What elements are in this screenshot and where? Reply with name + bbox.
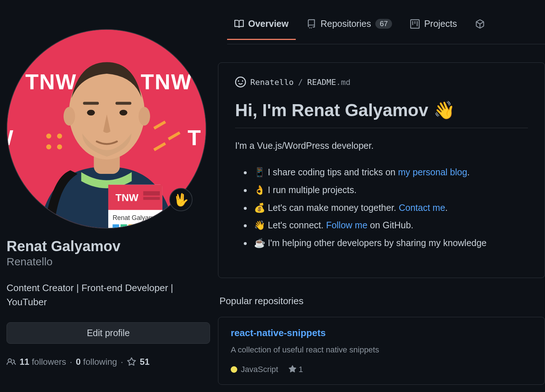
tab-repositories[interactable]: Repositories 67: [299, 14, 399, 40]
svg-rect-23: [143, 191, 160, 196]
svg-point-15: [138, 107, 150, 126]
readme-list-item: ☕ I'm helping other developers by sharin…: [252, 234, 528, 252]
svg-rect-24: [143, 197, 160, 200]
status-emoji-badge[interactable]: 🖖: [169, 188, 193, 211]
project-icon: [410, 19, 420, 29]
svg-text:T: T: [187, 126, 201, 150]
readme-link[interactable]: my personal blog: [398, 167, 467, 177]
repo-language: JavaScript: [231, 365, 278, 374]
profile-fullname: Renat Galyamov: [7, 237, 203, 255]
svg-point-19: [120, 110, 128, 115]
package-icon: [475, 19, 485, 29]
readme-path-user[interactable]: Renatello: [250, 78, 294, 87]
followers-link[interactable]: 11 followers: [20, 357, 66, 367]
readme-intro: I'm a Vue.js/WordPress developer.: [235, 140, 528, 151]
svg-point-14: [64, 107, 75, 126]
profile-main: Renatello / README.md Hi, I'm Renat Galy…: [211, 44, 545, 385]
svg-text:TNW: TNW: [116, 192, 139, 203]
svg-text:TNW: TNW: [141, 70, 192, 94]
star-icon: [127, 357, 136, 367]
repo-count-badge: 67: [375, 19, 392, 29]
repo-card: react-native-snippets A collection of us…: [218, 317, 545, 385]
svg-rect-28: [129, 224, 135, 228]
readme-path: Renatello / README.md: [235, 77, 528, 87]
star-icon: [288, 365, 296, 373]
profile-bio: Content Creator | Front-end Developer | …: [7, 281, 203, 309]
svg-point-6: [57, 134, 62, 139]
svg-text:TNW: TNW: [25, 70, 77, 94]
profile-username: Renatello: [7, 256, 203, 268]
avatar-container: TNW TNW W T: [7, 29, 206, 229]
edit-profile-button[interactable]: Edit profile: [7, 322, 210, 344]
readme-list-item: 👋 Let's connect. Follow me on GitHub.: [252, 216, 528, 234]
smiley-icon: [235, 77, 246, 87]
language-dot: [231, 366, 237, 373]
svg-point-8: [57, 144, 62, 150]
status-emoji: 🖖: [173, 192, 189, 207]
profile-tabnav: Overview Repositories 67 Projects: [227, 0, 545, 44]
svg-point-5: [46, 134, 51, 139]
repo-name-link[interactable]: react-native-snippets: [231, 327, 326, 338]
wave-emoji: 👋: [433, 100, 455, 121]
profile-sidebar: TNW TNW W T: [0, 29, 211, 367]
people-icon: [7, 357, 16, 367]
readme-list: 📱 I share coding tips and tricks on my p…: [235, 163, 528, 252]
repo-meta: JavaScript 1: [231, 365, 532, 374]
follow-stats: 11 followers · 0 following · 51: [7, 357, 203, 367]
svg-rect-17: [116, 102, 132, 105]
stars-link[interactable]: 51: [140, 357, 150, 367]
tab-projects[interactable]: Projects: [403, 14, 464, 40]
svg-rect-27: [121, 224, 127, 228]
tab-overview-label: Overview: [248, 19, 288, 29]
svg-point-18: [87, 110, 95, 115]
following-link[interactable]: 0 following: [76, 357, 117, 367]
svg-text:Renat Galyamov: Renat Galyamov: [113, 214, 161, 221]
tab-overview[interactable]: Overview: [227, 14, 296, 40]
readme-link[interactable]: Contact me: [399, 203, 445, 213]
readme-list-item: 💰 Let's can make money together. Contact…: [252, 199, 528, 217]
readme-list-item: 👌 I run multiple projects.: [252, 181, 528, 199]
popular-repos-heading: Popular repositories: [219, 295, 545, 307]
svg-rect-26: [113, 224, 119, 228]
book-icon: [234, 19, 244, 29]
tab-repositories-label: Repositories: [320, 19, 371, 29]
profile-readme-box: Renatello / README.md Hi, I'm Renat Galy…: [218, 62, 545, 278]
tab-projects-label: Projects: [424, 19, 457, 29]
repo-icon: [307, 19, 316, 29]
svg-text:W: W: [7, 126, 14, 150]
readme-heading: Hi, I'm Renat Galyamov 👋: [235, 100, 528, 128]
repo-description: A collection of useful react native snip…: [231, 345, 532, 355]
repo-stars[interactable]: 1: [288, 365, 303, 374]
readme-link[interactable]: Follow me: [326, 220, 367, 230]
tab-packages[interactable]: [468, 15, 485, 40]
readme-list-item: 📱 I share coding tips and tricks on my p…: [252, 163, 528, 181]
svg-point-7: [46, 144, 51, 150]
svg-rect-16: [83, 102, 99, 105]
